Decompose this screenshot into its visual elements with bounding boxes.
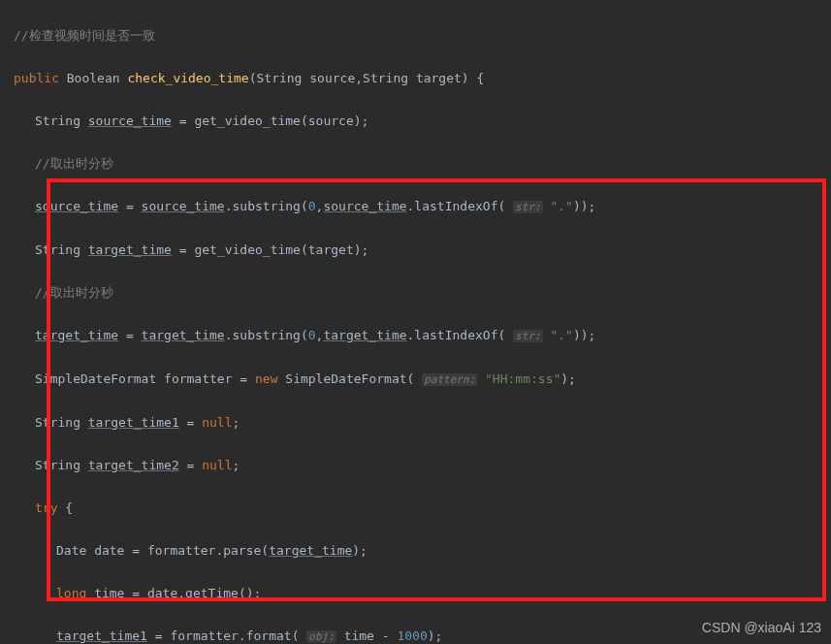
watermark-text: CSDN @xiaoAi 123 — [702, 617, 821, 638]
code-line: target_time = target_time.substring(0,ta… — [14, 325, 831, 347]
code-editor[interactable]: //检查视频时间是否一致 public Boolean check_video_… — [0, 0, 831, 644]
code-line: source_time = source_time.substring(0,so… — [14, 196, 831, 218]
code-line: //检查视频时间是否一致 — [14, 25, 831, 47]
code-line: //取出时分秒 — [14, 153, 831, 175]
code-line: SimpleDateFormat formatter = new SimpleD… — [14, 369, 831, 391]
code-line: public Boolean check_video_time(String s… — [14, 68, 831, 89]
code-line: String target_time1 = null; — [14, 412, 831, 434]
code-line: String target_time = get_video_time(targ… — [14, 240, 831, 261]
code-line: try { — [14, 498, 831, 519]
code-line: String target_time2 = null; — [14, 455, 831, 476]
code-line: String source_time = get_video_time(sour… — [14, 111, 831, 132]
code-line: //取出时分秒 — [14, 282, 831, 304]
code-line: Date date = formatter.parse(target_time)… — [14, 540, 831, 562]
code-line: long time = date.getTime(); — [14, 583, 831, 604]
